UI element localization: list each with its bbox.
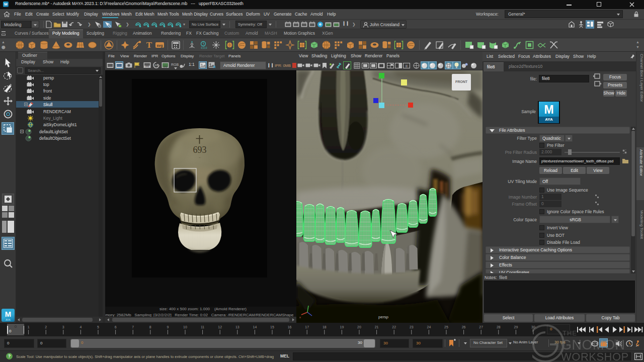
svg-text:29: 29 [514, 325, 518, 329]
svg-text:15: 15 [270, 325, 274, 329]
svg-text:0,0,0: 0,0,0 [201, 46, 207, 49]
svg-text:IPR: IPR [145, 65, 149, 68]
svg-text:11: 11 [201, 325, 204, 329]
svg-text:18: 18 [323, 325, 327, 329]
svg-text:2: 2 [45, 325, 47, 329]
svg-text:25: 25 [444, 325, 448, 329]
svg-text:7: 7 [132, 325, 134, 329]
svg-text:3: 3 [62, 325, 64, 329]
svg-text:6: 6 [115, 325, 117, 329]
svg-text:9: 9 [167, 325, 169, 329]
svg-text:22: 22 [392, 325, 396, 329]
svg-text:17: 17 [305, 325, 309, 329]
svg-text:4: 4 [79, 325, 82, 329]
svg-text:x: x [299, 316, 301, 319]
svg-text:1: 1 [28, 325, 30, 329]
svg-text:21: 21 [375, 325, 379, 329]
svg-text:24: 24 [427, 325, 431, 329]
svg-text:II: II [406, 64, 408, 68]
svg-text:13: 13 [235, 325, 239, 329]
svg-text:693: 693 [193, 145, 207, 155]
svg-text:5: 5 [97, 325, 99, 329]
svg-text:IPR: IPR [154, 64, 158, 67]
svg-text:·•·: ·•· [198, 156, 201, 159]
svg-text:10: 10 [183, 325, 187, 329]
svg-text:27: 27 [479, 325, 483, 329]
svg-text:23: 23 [410, 325, 414, 329]
svg-text:20: 20 [357, 325, 361, 329]
svg-text:14: 14 [253, 325, 257, 329]
svg-text:svg: svg [156, 44, 163, 48]
svg-text:12: 12 [218, 325, 222, 329]
svg-text:30: 30 [531, 325, 535, 329]
svg-text:19: 19 [340, 325, 344, 329]
svg-text:IPR: IPR [164, 66, 168, 68]
svg-text:26: 26 [462, 325, 466, 329]
svg-text:16: 16 [288, 325, 292, 329]
svg-text:28: 28 [497, 325, 501, 329]
svg-text:8: 8 [149, 325, 151, 329]
svg-text:T: T [146, 40, 152, 50]
